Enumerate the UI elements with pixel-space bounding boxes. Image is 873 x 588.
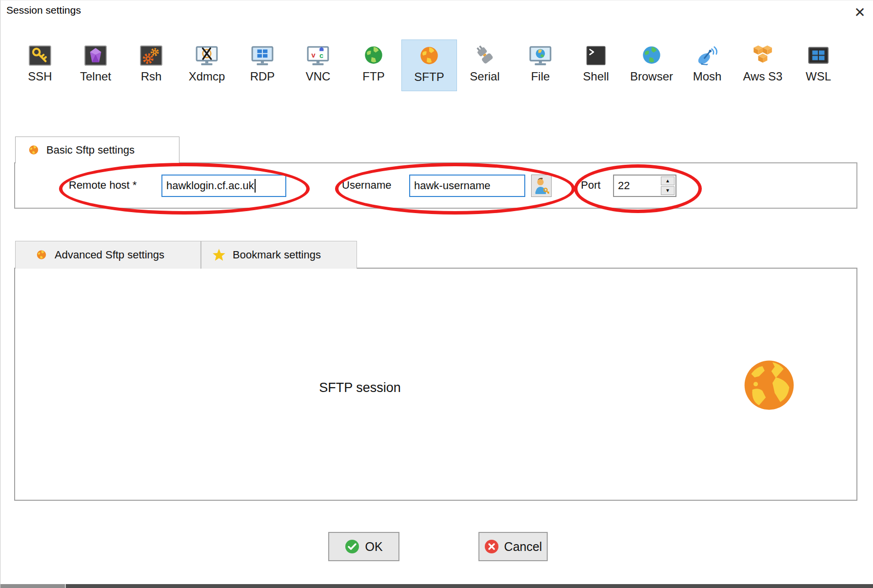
session-type-rdp[interactable]: RDP	[235, 39, 290, 91]
star-icon	[212, 248, 226, 262]
session-type-label: Rsh	[123, 70, 179, 83]
ok-check-icon	[345, 539, 359, 554]
sftp-globe-icon	[417, 44, 441, 68]
cancel-button-label: Cancel	[504, 540, 542, 554]
cancel-button[interactable]: Cancel	[478, 532, 548, 561]
svg-text:v: v	[311, 51, 316, 59]
ok-button[interactable]: OK	[328, 532, 399, 561]
port-label: Port	[581, 179, 600, 192]
session-type-label: Shell	[568, 70, 624, 83]
tab-advanced-sftp-settings[interactable]: Advanced Sftp settings	[15, 241, 201, 269]
rdp-monitor-icon	[250, 43, 275, 68]
session-type-serial[interactable]: Serial	[457, 39, 513, 91]
port-spin-down-button[interactable]: ▼	[661, 186, 675, 195]
tab-label: Basic Sftp settings	[46, 144, 135, 157]
credentials-manager-button[interactable]	[531, 175, 552, 197]
remote-host-value: hawklogin.cf.ac.uk	[166, 179, 254, 192]
text-caret	[255, 179, 256, 193]
aws-s3-cubes-icon	[751, 43, 775, 68]
shell-terminal-icon	[584, 43, 608, 68]
session-type-telnet[interactable]: Telnet	[68, 39, 123, 91]
wsl-windows-icon	[806, 43, 831, 68]
session-type-label: Serial	[457, 70, 513, 83]
session-type-xdmcp[interactable]: Xdmcp	[179, 39, 235, 91]
port-spinner[interactable]: 22 ▲ ▼	[613, 175, 676, 197]
session-type-label: RDP	[235, 70, 290, 83]
file-monitor-icon	[528, 43, 553, 68]
session-type-ftp[interactable]: FTP	[346, 39, 401, 91]
session-type-file[interactable]: File	[513, 39, 568, 91]
session-type-ssh[interactable]: SSH	[12, 39, 68, 91]
close-button[interactable]: ✕	[850, 3, 870, 21]
session-type-browser[interactable]: Browser	[624, 39, 679, 91]
username-label: Username	[342, 179, 391, 192]
bottom-window-edge	[0, 584, 873, 588]
vnc-monitor-icon: vc	[306, 43, 330, 68]
window-title: Session settings	[6, 4, 81, 16]
session-settings-dialog: Session settings ✕ SSH Telnet Rsh Xdmcp …	[0, 0, 873, 588]
session-type-label: Telnet	[68, 70, 123, 83]
down-arrow-icon: ▼	[665, 188, 670, 193]
rsh-gears-icon	[139, 43, 163, 68]
session-type-vnc[interactable]: vc VNC	[290, 39, 346, 91]
orange-globe-icon	[27, 144, 40, 157]
mosh-satellite-icon	[695, 43, 719, 68]
user-key-icon	[534, 176, 549, 195]
session-type-label: Browser	[624, 70, 679, 83]
session-type-label: VNC	[290, 70, 346, 83]
ftp-globe-icon	[361, 43, 386, 68]
tab-bookmark-settings[interactable]: Bookmark settings	[201, 241, 357, 269]
session-type-shell[interactable]: Shell	[568, 39, 624, 91]
remote-host-label: Remote host *	[69, 179, 137, 192]
sftp-globe-illustration-icon	[742, 358, 796, 412]
cancel-x-icon	[484, 539, 499, 554]
ok-button-label: OK	[365, 540, 382, 554]
close-icon: ✕	[854, 4, 865, 20]
port-spin-up-button[interactable]: ▲	[661, 176, 675, 185]
session-type-label: FTP	[346, 70, 401, 83]
session-type-label: Xdmcp	[179, 70, 235, 83]
session-type-wsl[interactable]: WSL	[791, 39, 846, 91]
session-type-label: File	[513, 70, 568, 83]
serial-plug-icon	[473, 43, 497, 68]
session-type-label: SFTP	[402, 70, 456, 84]
port-value[interactable]: 22	[614, 176, 661, 196]
tab-label: Advanced Sftp settings	[55, 249, 164, 261]
browser-globe-icon	[639, 43, 664, 68]
remote-host-input[interactable]: hawklogin.cf.ac.uk	[161, 175, 286, 197]
session-type-label: Mosh	[679, 70, 735, 83]
up-arrow-icon: ▲	[665, 178, 670, 183]
svg-text:c: c	[319, 52, 323, 59]
session-type-aws-s3[interactable]: Aws S3	[735, 39, 791, 91]
session-type-sftp[interactable]: SFTP	[401, 39, 457, 91]
telnet-gem-icon	[83, 43, 108, 68]
ssh-key-icon	[28, 43, 52, 68]
tab-basic-sftp-settings[interactable]: Basic Sftp settings	[15, 137, 179, 163]
session-type-label: SSH	[12, 70, 68, 83]
xdmcp-monitor-icon	[195, 43, 219, 68]
session-type-mosh[interactable]: Mosh	[679, 39, 735, 91]
username-input[interactable]	[409, 175, 525, 197]
bottom-edge-segment	[0, 584, 66, 588]
sftp-session-text: SFTP session	[262, 380, 457, 395]
orange-globe-icon	[35, 249, 48, 261]
tab-label: Bookmark settings	[233, 249, 321, 261]
session-type-label: WSL	[791, 70, 846, 83]
session-type-label: Aws S3	[735, 70, 791, 83]
session-type-rsh[interactable]: Rsh	[123, 39, 179, 91]
